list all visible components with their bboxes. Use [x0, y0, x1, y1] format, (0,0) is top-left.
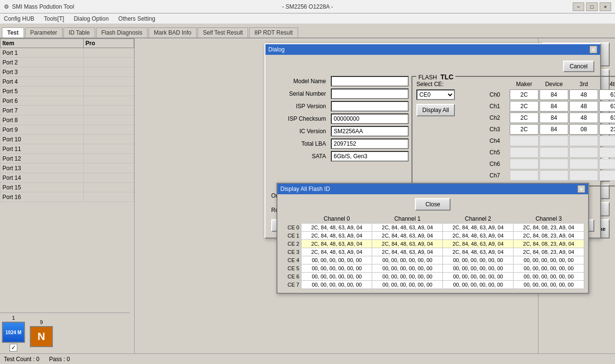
- flash-id-row-ce2: CE 2 2C, 84, 48, 63, A9, 04 2C, 84, 48, …: [281, 240, 584, 248]
- serial-number-input[interactable]: [331, 88, 409, 99]
- ce4-ch1: 00, 00, 00, 00, 00, 00: [372, 256, 443, 264]
- title-bar-controls: − □ ×: [573, 2, 611, 11]
- close-button[interactable]: ×: [600, 2, 611, 11]
- model-name-input[interactable]: [331, 76, 409, 87]
- ch6-device: [540, 159, 568, 169]
- tab-id-table[interactable]: ID Table: [63, 27, 95, 38]
- flash-id-row-ce0: CE 0 2C, 84, 48, 63, A9, 04 2C, 84, 48, …: [281, 224, 584, 232]
- sata-label: SATA: [271, 153, 329, 160]
- pass-count: Pass : 0: [49, 356, 70, 363]
- ce7-ch2: 00, 00, 00, 00, 00, 00: [443, 281, 514, 289]
- table-row: Port 3: [0, 67, 134, 77]
- select-ce-label: Select CE:: [416, 81, 484, 88]
- minimize-button[interactable]: −: [573, 2, 584, 11]
- ce2-label: CE 2: [281, 240, 301, 248]
- model-name-label: Model Name: [271, 78, 329, 85]
- table-row: Port 15: [0, 183, 134, 192]
- ch2-label: Ch2: [489, 113, 509, 123]
- dialog-titlebar: Dialog ×: [265, 44, 600, 55]
- table-row: Port 14: [0, 173, 134, 183]
- tab-mark-bad-info[interactable]: Mark BAD Info: [149, 27, 197, 38]
- channel-row-ch6: Ch6: [489, 159, 615, 169]
- ce3-ch1: 2C, 84, 48, 63, A9, 04: [372, 248, 443, 256]
- ce5-ch0: 00, 00, 00, 00, 00, 00: [301, 264, 372, 273]
- ce7-ch3: 00, 00, 00, 00, 00, 00: [514, 281, 584, 289]
- dialog-close-button[interactable]: ×: [590, 46, 597, 53]
- ch4-4th: [599, 136, 615, 146]
- ce1-ch1: 2C, 84, 48, 63, A9, 04: [372, 232, 443, 240]
- isp-version-input[interactable]: [331, 101, 409, 112]
- ch0-label: Ch0: [489, 89, 509, 100]
- flash-id-title: Display All Flash ID: [280, 186, 330, 192]
- col-header-pro: Pro: [83, 39, 134, 48]
- menu-config-hub[interactable]: Config HUB: [2, 15, 36, 22]
- ce-selector[interactable]: CE0 CE1 CE2 CE3: [416, 89, 455, 100]
- display-all-button[interactable]: Display All: [416, 104, 455, 116]
- ce6-ch3: 00, 00, 00, 00, 00, 00: [514, 273, 584, 281]
- menu-tools[interactable]: Tools[T]: [42, 15, 66, 22]
- isp-checksum-input[interactable]: [331, 113, 409, 124]
- ic-version-label: IC Version: [271, 128, 329, 135]
- channel-row-ch2: Ch2 2C 84 48 63 A9 04: [489, 113, 615, 123]
- table-row: Port 9: [0, 125, 134, 135]
- ce0-ch1: 2C, 84, 48, 63, A9, 04: [372, 224, 443, 232]
- title-bar: ⚙ SMI Mass Podution Tool - SM2256 O1228A…: [0, 0, 615, 13]
- tab-test[interactable]: Test: [2, 27, 24, 38]
- ch4-maker: [510, 136, 539, 146]
- ce6-ch0: 00, 00, 00, 00, 00, 00: [301, 273, 372, 281]
- dialog-overlay: Dialog × Cancel Model Name: [135, 38, 538, 364]
- flash-id-close-button[interactable]: ×: [577, 185, 585, 193]
- isp-version-label: ISP Version: [271, 103, 329, 110]
- ch1-device: 84: [540, 101, 568, 112]
- tab-flash-diagnosis[interactable]: Flash Diagnosis: [96, 27, 148, 38]
- menu-dialog-option[interactable]: Dialog Option: [72, 15, 111, 22]
- app-title: SMI Mass Podution Tool: [12, 3, 74, 10]
- ic-version-input[interactable]: [331, 126, 409, 137]
- flash-id-row-ce3: CE 3 2C, 84, 48, 63, A9, 04 2C, 84, 48, …: [281, 248, 584, 256]
- flash-id-content: Close Channel 0 Channel 1 Channel 2 Chan…: [277, 194, 588, 293]
- dialog-title: Dialog: [268, 46, 285, 53]
- ce2-ch3: 2C, 84, 08, 23, A9, 04: [514, 240, 584, 248]
- ce5-ch3: 00, 00, 00, 00, 00, 00: [514, 264, 584, 273]
- channel-header-row: Maker Device 3rd 4th: [489, 81, 615, 88]
- table-row: Port 5: [0, 87, 134, 96]
- channel-row-ch5: Ch5: [489, 147, 615, 158]
- flash-id-ch0-header: Channel 0: [301, 214, 372, 224]
- ce4-label: CE 4: [281, 256, 301, 264]
- ch1-label: Ch1: [489, 101, 509, 112]
- ch7-maker: [510, 170, 539, 181]
- flash-id-window: Display All Flash ID × Close Channel 0 C…: [276, 183, 589, 294]
- ce7-ch0: 00, 00, 00, 00, 00, 00: [301, 281, 372, 289]
- left-panel: Item Pro Port 1 Port 2 Port 3 Port 4 Por…: [0, 38, 135, 364]
- menu-others-setting[interactable]: Others Setting: [116, 15, 157, 22]
- ch5-4th: [599, 147, 615, 158]
- ch3-maker: 2C: [510, 124, 539, 135]
- port1-checkbox[interactable]: ✓: [10, 344, 17, 351]
- ch5-3rd: [569, 147, 598, 158]
- ce1-ch3: 2C, 84, 08, 23, A9, 04: [514, 232, 584, 240]
- table-row: Port 6: [0, 96, 134, 106]
- cancel-button[interactable]: Cancel: [563, 61, 594, 72]
- app-icon: ⚙: [4, 3, 9, 10]
- maximize-button[interactable]: □: [586, 2, 598, 11]
- ce7-label: CE 7: [281, 281, 301, 289]
- ch7-4th: [599, 170, 615, 181]
- serial-number-label: Serial Number: [271, 90, 329, 97]
- ce0-ch0: 2C, 84, 48, 63, A9, 04: [301, 224, 372, 232]
- ce0-ch3: 2C, 84, 08, 23, A9, 04: [514, 224, 584, 232]
- sata-input[interactable]: [331, 151, 409, 162]
- ce3-ch0: 2C, 84, 48, 63, A9, 04: [301, 248, 372, 256]
- ce3-label: CE 3: [281, 248, 301, 256]
- tab-8p-rdt-result[interactable]: 8P RDT Result: [249, 27, 298, 38]
- ch7-3rd: [569, 170, 598, 181]
- tab-parameter[interactable]: Parameter: [25, 27, 63, 38]
- ce0-label: CE 0: [281, 224, 301, 232]
- flash-id-close-btn[interactable]: Close: [415, 198, 451, 211]
- isp-checksum-label: ISP Checksum: [271, 115, 329, 122]
- ce1-label: CE 1: [281, 232, 301, 240]
- total-lba-input[interactable]: [331, 138, 409, 149]
- ch3-device: 84: [540, 124, 568, 135]
- port1-badge: 1: [12, 315, 15, 321]
- tab-self-test-result[interactable]: Self Test Result: [198, 27, 248, 38]
- ch3-3rd: 08: [569, 124, 598, 135]
